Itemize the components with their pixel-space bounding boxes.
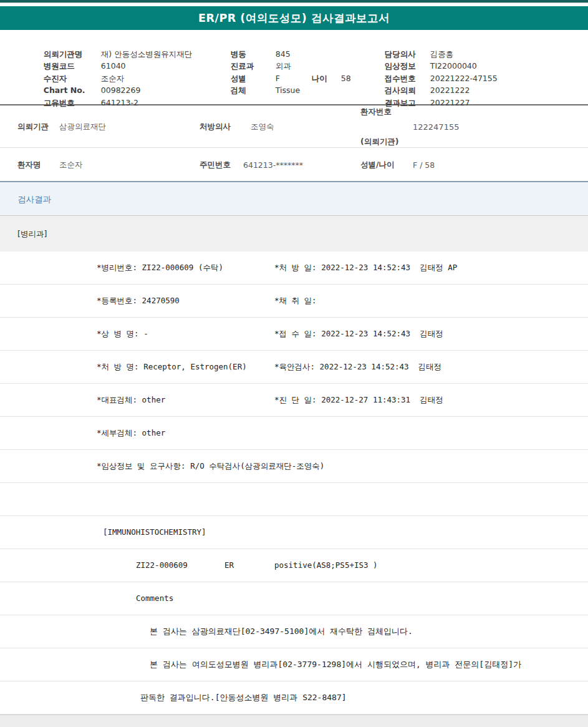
report-title-bar: ER/PR (여의도성모) 검사결과보고서 <box>0 6 588 30</box>
specimen-label: 검체 <box>231 84 276 97</box>
specimen-value: Tissue <box>276 85 300 95</box>
comment-line-1-row: 본 검사는 삼광의료재단[02-3497-5100]에서 재수탁한 검체입니다. <box>0 615 588 648</box>
attending-doctor-value: 김종흥 <box>430 49 454 59</box>
sub-specimen-field: *세부검체: other <box>97 428 165 437</box>
patient-name-value: 조순자 <box>59 159 83 170</box>
registration-no-collection-date-row: *등록번호: 24270590 *채 취 일: <box>0 285 588 318</box>
department-label: 진료과 <box>231 60 276 72</box>
comment-line-3-row: 판독한 결과입니다.[안동성소병원 병리과 S22-8487] <box>0 681 588 715</box>
age-label: 나이 <box>312 72 341 85</box>
spacer-row <box>0 483 588 516</box>
attending-doctor-label: 담당의사 <box>385 48 430 61</box>
pathology-no-field: *병리번호: ZI22-000609 (수탁) <box>97 263 223 272</box>
chart-no-value: 00982269 <box>101 85 141 95</box>
comment-line-1: 본 검사는 삼광의료재단[02-3497-5100]에서 재수탁한 검체입니다. <box>150 627 413 636</box>
resident-no-label: 주민번호 <box>200 159 231 170</box>
patient-no-value: 122247155 <box>413 122 459 131</box>
referrer-org-value: 삼광의료재단 <box>59 121 106 132</box>
department-value: 외과 <box>276 61 291 71</box>
registration-no-field: *등록번호: 24270590 <box>97 296 180 305</box>
patient-no-label-line1: 환자번호 <box>360 107 398 117</box>
referrer-org-label: 의뢰기관 <box>17 121 49 132</box>
header-left-column: 의뢰기관명재) 안동성소병원유지재단 병원코드61040 수진자조순자 Char… <box>24 36 192 97</box>
request-date-value: 20221222 <box>430 85 470 95</box>
representative-specimen-field: *대표검체: other <box>97 395 165 404</box>
comments-header-row: Comments <box>0 582 588 615</box>
sex-age-summary-label: 성별/나이 <box>360 159 395 170</box>
comment-line-2: 본 검사는 여의도성모병원 병리과[02-3779-1298]에서 시행되었으며… <box>150 660 521 669</box>
sub-specimen-row: *세부검체: other <box>0 417 588 450</box>
ward-label: 병동 <box>231 48 276 61</box>
accession-no-value: 20221222-47155 <box>430 74 498 83</box>
sex-value: F <box>276 72 312 85</box>
chart-no-label: Chart No. <box>44 84 101 97</box>
footer-bar <box>0 715 588 727</box>
referrer-row: 의뢰기관 삼광의료재단 처방의사 조영숙 환자번호 (의뢰기관) 1222471… <box>0 105 588 148</box>
patient-no-label-line2: (의뢰기관) <box>360 137 398 147</box>
hospital-code-value: 61040 <box>101 61 126 71</box>
ihc-test-name: ER <box>224 549 234 582</box>
clinical-info-label: 임상정보 <box>385 60 430 72</box>
accession-no-label: 접수번호 <box>385 72 430 85</box>
prescribing-doctor-value: 조영숙 <box>251 121 274 132</box>
results-section-header: 검사결과 <box>0 182 588 216</box>
clinical-info-request-row: *임상정보 및 요구사항: R/O 수탁검사(삼광의료재단-조영숙) <box>0 450 588 483</box>
diagnosis-date-field: *진 단 일: 2022-12-27 11:43:31 김태정 <box>274 384 443 416</box>
attending-doctor-row: 담당의사김종흥 <box>365 36 498 48</box>
representative-specimen-diagnosis-date-row: *대표검체: other *진 단 일: 2022-12-27 11:43:31… <box>0 384 588 417</box>
ward-row: 병동845 <box>211 36 351 48</box>
pathology-department-label: [병리과] <box>17 229 47 238</box>
clinical-info-request-field: *임상정보 및 요구사항: R/O 수탁검사(삼광의료재단-조영숙) <box>97 461 324 471</box>
org-name-row: 의뢰기관명재) 안동성소병원유지재단 <box>24 36 192 48</box>
ihc-result-value: positive(AS8;PS5+IS3 ) <box>274 549 378 582</box>
ihc-section-title: [IMMUNOHISTOCHEMISTRY] <box>103 527 206 537</box>
collection-date-field: *채 취 일: <box>274 285 317 317</box>
gross-exam-field: *육안검사: 2022-12-23 14:52:43 김태정 <box>274 351 441 383</box>
order-name-gross-exam-row: *처 방 명: Receptor, Estrogen(ER) *육안검사: 20… <box>0 351 588 384</box>
diagnosis-name-receipt-date-row: *상 병 명: - *접 수 일: 2022-12-23 14:52:43 김태… <box>0 318 588 351</box>
report-page: ER/PR (여의도성모) 검사결과보고서 의뢰기관명재) 안동성소병원유지재단… <box>0 0 588 727</box>
results-section-title: 검사결과 <box>17 194 51 204</box>
prescribing-doctor-label: 처방의사 <box>200 121 231 132</box>
department-banner: [병리과] <box>0 216 588 251</box>
ihc-specimen-no: ZI22-000609 <box>136 549 188 582</box>
patient-header: 의뢰기관명재) 안동성소병원유지재단 병원코드61040 수진자조순자 Char… <box>0 34 588 104</box>
clinical-info-value: TI22000040 <box>430 61 477 71</box>
patient-name-label: 환자명 <box>17 159 41 170</box>
hospital-code-label: 병원코드 <box>44 60 101 72</box>
org-name-value: 재) 안동성소병원유지재단 <box>101 49 192 59</box>
ward-value: 845 <box>276 49 291 59</box>
comment-line-2-row: 본 검사는 여의도성모병원 병리과[02-3779-1298]에서 시행되었으며… <box>0 648 588 681</box>
patient-summary-table: 의뢰기관 삼광의료재단 처방의사 조영숙 환자번호 (의뢰기관) 1222471… <box>0 105 588 181</box>
ihc-result-row: ZI22-000609 ER positive(AS8;PS5+IS3 ) <box>0 549 588 582</box>
header-middle-column: 병동845 진료과외과 성별F나이58 검체Tissue <box>211 36 351 84</box>
pathology-no-order-date-row: *병리번호: ZI22-000609 (수탁) *처 방 일: 2022-12-… <box>0 251 588 285</box>
ihc-header-row: [IMMUNOHISTOCHEMISTRY] <box>0 516 588 549</box>
top-accent-strip <box>0 0 588 3</box>
receipt-date-field: *접 수 일: 2022-12-23 14:52:43 김태정 <box>274 318 443 350</box>
age-value: 58 <box>341 74 351 83</box>
order-date-field: *처 방 일: 2022-12-23 14:52:43 김태정 AP <box>274 251 457 284</box>
comment-line-3: 판독한 결과입니다.[안동성소병원 병리과 S22-8487] <box>140 693 347 702</box>
diagnosis-name-field: *상 병 명: - <box>97 329 148 338</box>
resident-no-value: 641213-******* <box>243 160 303 169</box>
examinee-value: 조순자 <box>101 74 125 83</box>
patient-name-row: 환자명 조순자 주민번호 641213-******* 성별/나이 F / 58 <box>0 148 588 181</box>
examinee-label: 수진자 <box>44 72 101 85</box>
sex-age-summary-value: F / 58 <box>413 160 435 169</box>
org-name-label: 의뢰기관명 <box>44 48 101 61</box>
comments-title: Comments <box>136 593 173 603</box>
order-name-field: *처 방 명: Receptor, Estrogen(ER) <box>97 362 247 371</box>
report-title: ER/PR (여의도성모) 검사결과보고서 <box>198 12 390 24</box>
sex-label: 성별 <box>231 72 276 85</box>
